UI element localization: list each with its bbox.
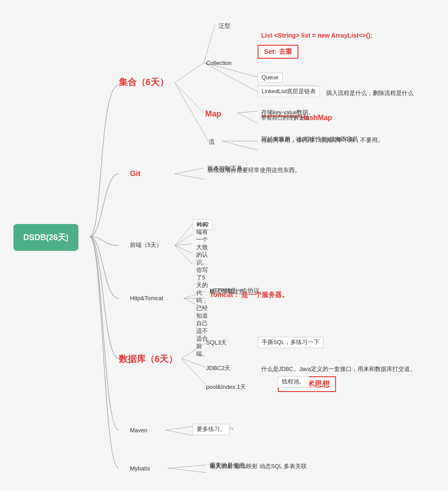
- branch-collection: 集合（6天）: [119, 76, 168, 88]
- svg-line-3: [204, 63, 258, 92]
- leaf-maven-note2: 要多练习。: [193, 424, 230, 435]
- svg-line-13: [175, 234, 193, 246]
- root-node: DSDB(26天): [13, 224, 78, 251]
- svg-line-10: [175, 168, 204, 174]
- leaf-stream-note2: 你的同事用，你再用，你的同事不用，不要用。: [258, 135, 387, 146]
- branch-db: 数据库（6天）: [119, 353, 177, 365]
- svg-line-15: [175, 246, 193, 254]
- svg-line-11: [175, 174, 204, 179]
- branch-git: Git: [130, 169, 141, 178]
- svg-line-12: [175, 224, 193, 246]
- leaf-list-code: List <String> list = new ArrayList<>();: [258, 30, 376, 40]
- mind-map: DSDB(26天) 集合（6天） Collection 泛型 List <Str…: [0, 0, 448, 491]
- svg-line-0: [175, 63, 204, 83]
- collection-sublabel: Collection: [206, 60, 232, 66]
- leaf-tomcat: Tomcat： 是一个服务器。: [206, 289, 292, 301]
- leaf-git-note2: 后续做项目需要经常使用这些东西。: [204, 165, 304, 176]
- branch-maven: Maven: [130, 427, 147, 434]
- branch-frontend: 前端（5天）: [130, 241, 162, 249]
- leaf-generics: 泛型: [215, 21, 234, 31]
- branch-sql: SQL3天: [206, 339, 227, 347]
- leaf-hashmap-note: 带着自己的理解去答: [258, 113, 313, 123]
- leaf-jdbc-note: 什么是JDBC。Java定义的一套接口，用来和数据库打交道。: [258, 364, 419, 375]
- branch-jdbc: JDBC2天: [206, 364, 230, 372]
- svg-line-4: [175, 83, 204, 113]
- svg-line-9: [222, 141, 258, 150]
- leaf-pool-note: 线程池。: [278, 376, 309, 388]
- svg-line-25: [168, 465, 206, 468]
- branch-http: Http&Tomcat: [130, 295, 163, 301]
- branch-stream: 流: [209, 138, 215, 146]
- svg-line-24: [166, 430, 193, 435]
- svg-line-1: [204, 25, 215, 63]
- leaf-insert-delete: 插入流程是什么，删除流程是什么: [323, 88, 417, 99]
- svg-line-21: [181, 358, 206, 367]
- svg-line-7: [175, 83, 208, 141]
- svg-line-5: [237, 111, 258, 113]
- leaf-mybatis-note2: 输入映射 输出映射 动态SQL 多表关联: [206, 461, 310, 472]
- svg-line-6: [237, 113, 258, 123]
- branch-pool: pool&Index 1天: [206, 383, 246, 391]
- leaf-set: Set: 去重: [258, 45, 298, 59]
- svg-line-22: [181, 358, 206, 385]
- branch-map: Map: [205, 109, 221, 119]
- branch-mybatis: Mybatis: [130, 465, 150, 472]
- svg-line-26: [168, 468, 206, 473]
- svg-line-23: [166, 426, 193, 430]
- leaf-sql-note2: 手撕SQL，多练习一下: [258, 337, 323, 348]
- svg-line-16: [175, 246, 193, 264]
- leaf-linkedlist: LinkedList底层是链表: [258, 86, 320, 97]
- svg-line-14: [175, 244, 193, 246]
- leaf-queue: Queue: [258, 73, 283, 82]
